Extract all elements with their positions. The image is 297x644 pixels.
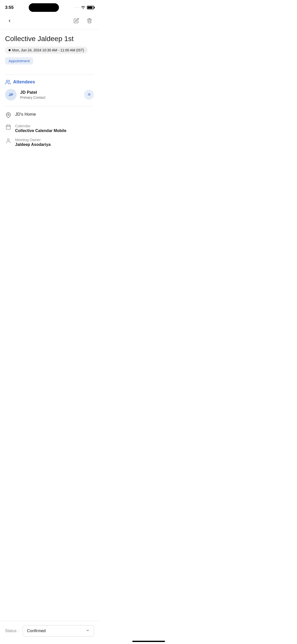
svg-rect-2 — [6, 125, 11, 129]
location-value: JD's Home — [15, 112, 36, 117]
divider-2 — [5, 106, 94, 106]
attendee-name: JD Patel — [20, 90, 80, 95]
back-button[interactable]: ‹ — [5, 16, 14, 25]
divider-1 — [5, 75, 94, 75]
attendee-avatar: JP — [5, 89, 17, 101]
meeting-owner-content: Meeting Owner Jaldeep Asodariya — [15, 138, 94, 147]
delete-button[interactable] — [85, 16, 94, 25]
calendar-label: Calendar — [15, 124, 94, 128]
attendee-initials: JP — [9, 92, 13, 97]
attendees-title: Attendees — [13, 79, 35, 85]
status-time: 3:55 — [5, 5, 14, 10]
meeting-owner-value: Jaldeep Asodariya — [15, 142, 94, 147]
event-datetime: Mon, Jun 24, 2024 10:30 AM - 11:00 AM (I… — [12, 48, 84, 52]
svg-point-1 — [8, 114, 9, 115]
svg-point-0 — [6, 80, 8, 82]
trash-icon — [87, 18, 92, 23]
event-type-badge: Appointment — [5, 57, 33, 65]
event-type: Appointment — [9, 59, 30, 63]
nav-actions — [72, 16, 94, 25]
back-icon: ‹ — [9, 17, 10, 24]
external-link-icon — [87, 92, 91, 97]
attendee-row: JP JD Patel Primary Contact — [5, 89, 94, 105]
calendar-row: Calendar Collective Calendar Mobile — [5, 124, 94, 133]
status-bar: 3:55 — [0, 0, 99, 14]
person-icon — [5, 138, 12, 145]
attendee-role: Primary Contact — [20, 95, 80, 100]
dynamic-island — [29, 3, 59, 12]
edit-button[interactable] — [72, 16, 81, 25]
calendar-content: Calendar Collective Calendar Mobile — [15, 124, 94, 133]
event-title: Collective Jaldeep 1st — [5, 35, 94, 43]
battery-icon — [87, 6, 94, 9]
main-content: Collective Jaldeep 1st Mon, Jun 24, 2024… — [0, 29, 99, 147]
location-content: JD's Home — [15, 112, 94, 117]
event-datetime-badge: Mon, Jun 24, 2024 10:30 AM - 11:00 AM (I… — [5, 47, 88, 54]
attendee-link-button[interactable] — [84, 90, 94, 100]
attendees-icon — [5, 79, 11, 85]
attendees-header: Attendees — [5, 79, 94, 85]
calendar-icon — [5, 124, 12, 131]
attendee-info: JD Patel Primary Contact — [20, 90, 80, 100]
meeting-owner-label: Meeting Owner — [15, 138, 94, 142]
wifi-icon — [81, 6, 85, 10]
datetime-dot — [9, 49, 11, 51]
svg-point-6 — [7, 139, 9, 140]
location-row: JD's Home — [5, 112, 94, 119]
calendar-value: Collective Calendar Mobile — [15, 128, 94, 133]
status-icons — [74, 6, 94, 10]
pencil-icon — [74, 18, 79, 23]
navigation-bar: ‹ — [0, 14, 99, 29]
location-icon — [5, 112, 12, 119]
meeting-owner-row: Meeting Owner Jaldeep Asodariya — [5, 138, 94, 147]
signal-icon — [74, 7, 79, 8]
details-section: JD's Home Calendar Collective Calendar M… — [5, 111, 94, 147]
